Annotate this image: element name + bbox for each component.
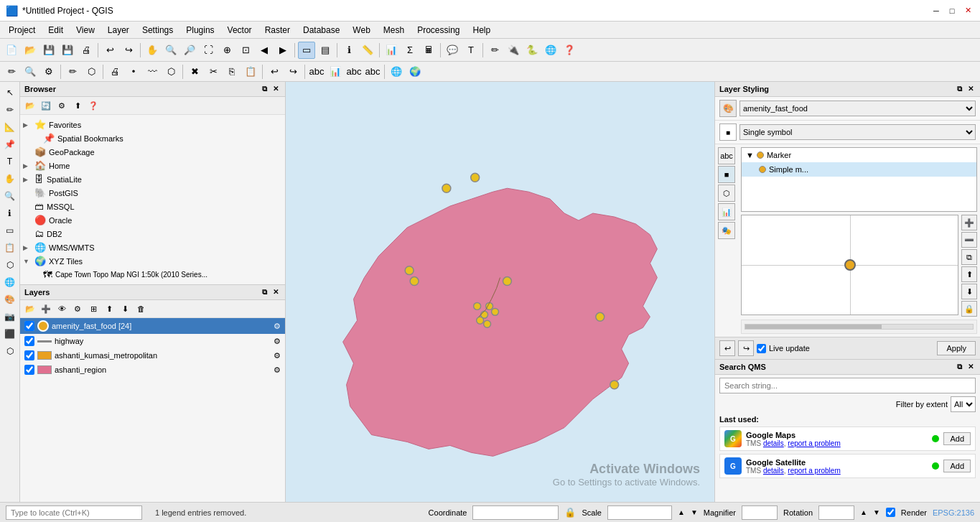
scale-arrow-up[interactable]: ▲ xyxy=(678,508,685,516)
tree-item-db2[interactable]: 🗂 DB2 xyxy=(20,227,285,241)
qms-satellite-report[interactable]: report a problem xyxy=(788,467,840,475)
qms-satellite-details[interactable]: details xyxy=(763,467,784,475)
python-btn[interactable]: 🐍 xyxy=(523,42,541,59)
layers-up-btn[interactable]: ⬆ xyxy=(102,302,116,316)
undo2-btn[interactable]: ↩ xyxy=(266,63,283,80)
qms-google-satellite-add[interactable]: Add xyxy=(943,460,971,472)
qms-close-btn[interactable]: ✕ xyxy=(966,362,976,372)
qms-google-maps-add[interactable]: Add xyxy=(943,432,971,445)
layers-down-btn[interactable]: ⬇ xyxy=(118,302,132,316)
redo-btn[interactable]: ↪ xyxy=(120,42,137,59)
label-btn[interactable]: T xyxy=(462,42,480,59)
down-layer-btn[interactable]: ⬇ xyxy=(961,284,977,299)
tip-btn[interactable]: 💬 xyxy=(444,42,461,59)
zoom-in-btn[interactable]: 🔍 xyxy=(162,42,179,59)
rotation-arrow-up[interactable]: ▲ xyxy=(860,508,867,516)
menu-item-edit[interactable]: Edit xyxy=(42,24,69,37)
diagram-btn[interactable]: 📊 xyxy=(327,63,344,80)
digitize-icon[interactable]: ✏ xyxy=(2,102,18,118)
tree-item-oracle[interactable]: 🔴 Oracle xyxy=(20,213,285,227)
menu-item-vector[interactable]: Vector xyxy=(222,24,258,37)
locate-btn[interactable]: 🔍 xyxy=(22,63,39,80)
menu-item-web[interactable]: Web xyxy=(347,24,375,37)
layer-settings-ashanti[interactable]: ⚙ xyxy=(274,365,281,375)
copy-feat-btn[interactable]: ⎘ xyxy=(223,63,241,80)
redo-style-btn[interactable]: ↪ xyxy=(738,340,754,356)
label3-btn[interactable]: abc xyxy=(345,63,363,80)
dup-layer-btn[interactable]: ⧉ xyxy=(961,249,977,265)
browser-help-btn[interactable]: ❓ xyxy=(86,98,101,113)
attrs-icon[interactable]: 📋 xyxy=(2,240,18,256)
vert-icon[interactable]: ⬡ xyxy=(2,343,18,359)
add-poly-btn[interactable]: ⬡ xyxy=(162,63,179,80)
layer-item-kumasi[interactable]: ashanti_kumasi_metropolitan ⚙ xyxy=(20,348,285,363)
label-icon[interactable]: T xyxy=(2,154,18,169)
field-calc-btn[interactable]: 🖩 xyxy=(420,42,437,59)
undo-style-btn[interactable]: ↩ xyxy=(719,340,735,356)
add-line-btn[interactable]: 〰 xyxy=(144,63,161,80)
qms-filter-select[interactable]: All xyxy=(951,396,976,412)
style-type-select[interactable]: Single symbol xyxy=(739,124,976,140)
layers-group-btn[interactable]: ⊞ xyxy=(86,302,101,316)
stats-btn[interactable]: Σ xyxy=(401,42,419,59)
layers-add-btn[interactable]: ➕ xyxy=(39,302,53,316)
tree-item-spatialite[interactable]: ▶ 🗄 SpatiaLite xyxy=(20,172,285,186)
up-layer-btn[interactable]: ⬆ xyxy=(961,266,977,282)
tree-item-home[interactable]: ▶ 🏠 Home xyxy=(20,159,285,172)
layer-item-fastfood[interactable]: amenity_fast_food [24] ⚙ xyxy=(20,318,285,334)
plugins-btn[interactable]: 🔌 xyxy=(505,42,522,59)
browser-close-btn[interactable]: ✕ xyxy=(271,84,281,94)
styling-icon-3d[interactable]: ⬡ xyxy=(718,185,735,202)
spatial-icon[interactable]: ⬡ xyxy=(2,257,18,273)
scroll-track[interactable] xyxy=(745,324,974,330)
add-layer-btn[interactable]: ➕ xyxy=(961,215,977,230)
digitize-btn[interactable]: ✏ xyxy=(486,42,503,59)
menu-item-view[interactable]: View xyxy=(70,24,101,37)
qms-google-details[interactable]: details xyxy=(763,439,784,447)
rotation-arrow-down[interactable]: ▼ xyxy=(873,508,880,516)
pencil-btn[interactable]: ✏ xyxy=(64,63,81,80)
help-btn[interactable]: ❓ xyxy=(561,42,578,59)
globe4-icon[interactable]: 🌐 xyxy=(2,274,18,290)
identify-btn[interactable]: ℹ xyxy=(340,42,358,59)
tree-item-capetown[interactable]: 🗺 Cape Town Topo Map NGI 1:50k (2010 Ser… xyxy=(20,268,285,281)
styling-icon-label[interactable]: abc xyxy=(718,147,735,164)
tree-item-mssql[interactable]: 🗃 MSSQL xyxy=(20,200,285,213)
remove-layer-btn[interactable]: ➖ xyxy=(961,232,977,248)
tree-item-spatial-bookmarks[interactable]: 📌 Spatial Bookmarks xyxy=(20,131,285,145)
layers-remove-btn[interactable]: 🗑 xyxy=(134,302,148,316)
apply-button[interactable]: Apply xyxy=(937,341,976,355)
zoom-next-btn[interactable]: ▶ xyxy=(274,42,291,59)
zoom-select-btn[interactable]: ⊡ xyxy=(237,42,254,59)
render-checkbox[interactable] xyxy=(886,508,895,517)
globe-btn[interactable]: 🌐 xyxy=(542,42,559,59)
layers-float-btn[interactable]: ⧉ xyxy=(260,287,269,297)
locate-input[interactable] xyxy=(6,505,142,520)
menu-item-layer[interactable]: Layer xyxy=(102,24,135,37)
menu-item-plugins[interactable]: Plugins xyxy=(180,24,220,37)
measure-btn[interactable]: 📏 xyxy=(359,42,376,59)
layer-item-highway[interactable]: highway ⚙ xyxy=(20,334,285,348)
close-button[interactable]: ✕ xyxy=(961,4,974,17)
layer-cb-kumasi[interactable] xyxy=(24,350,34,360)
pan-btn[interactable]: ✋ xyxy=(144,42,161,59)
add-point-btn[interactable]: • xyxy=(125,63,142,80)
styling-close-btn[interactable]: ✕ xyxy=(966,84,976,94)
zoom3-icon[interactable]: 🔍 xyxy=(2,188,18,204)
layer-cb-ashanti[interactable] xyxy=(24,365,34,375)
browser-filter-btn[interactable]: ⚙ xyxy=(55,98,69,113)
symbol-tree-marker[interactable]: ▼ Marker xyxy=(742,148,976,162)
styling-icon-mask[interactable]: 🎭 xyxy=(718,222,735,239)
node-btn[interactable]: ⬡ xyxy=(83,63,100,80)
qms-float-btn[interactable]: ⧉ xyxy=(955,362,964,372)
select-btn[interactable]: ▭ xyxy=(298,42,315,59)
layers-filter-btn[interactable]: ⚙ xyxy=(70,302,85,316)
zoom-layer-btn[interactable]: ⊕ xyxy=(218,42,235,59)
scale-arrow-down[interactable]: ▼ xyxy=(691,508,698,516)
select-features-icon[interactable]: ↖ xyxy=(2,85,18,101)
menu-item-project[interactable]: Project xyxy=(3,24,41,37)
color-icon[interactable]: 🎨 xyxy=(2,292,18,307)
menu-item-mesh[interactable]: Mesh xyxy=(378,24,410,37)
menu-item-database[interactable]: Database xyxy=(297,24,345,37)
save-project-btn[interactable]: 💾 xyxy=(40,42,57,59)
